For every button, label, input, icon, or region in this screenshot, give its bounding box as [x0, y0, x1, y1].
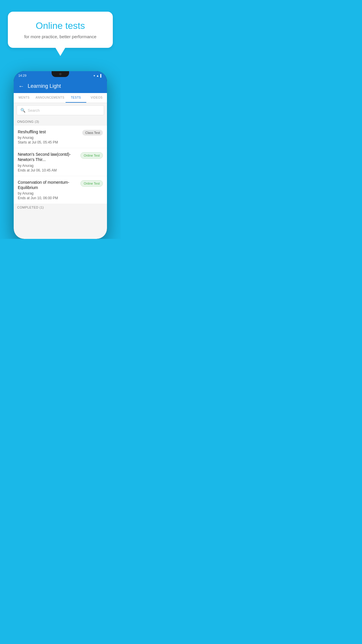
badge-online-test-newton: Online Test [80, 152, 103, 159]
status-time: 14:29 [18, 74, 27, 77]
phone-notch [52, 71, 69, 77]
badge-online-test-conservation: Online Test [80, 180, 103, 187]
completed-section-header: COMPLETED (1) [14, 204, 107, 211]
phone-wrapper: 14:29 ▾ ▲ ▌ ← Learning Light MENTS ANNOU… [0, 65, 121, 239]
speech-bubble: Online tests for more practice, better p… [8, 12, 113, 48]
badge-class-test: Class Test [82, 130, 103, 136]
test-info-conservation: Conservation of momentum-Equilibrium by … [18, 180, 78, 200]
battery-icon: ▌ [100, 74, 102, 77]
test-by-reshuffling: by Anurag [18, 136, 79, 140]
test-by-newton: by Anurag [18, 164, 78, 168]
search-input[interactable]: Search [28, 108, 40, 113]
test-date-newton: Ends at Jul 06, 10:45 AM [18, 168, 78, 172]
tabs-container: MENTS ANNOUNCEMENTS TESTS VIDEOS [14, 93, 107, 103]
bubble-subtitle: for more practice, better performance [20, 34, 101, 39]
search-container: 🔍 Search [14, 103, 107, 118]
test-name-newton: Newton's Second law(contd)-Newton's Thir… [18, 152, 78, 162]
test-item-newton[interactable]: Newton's Second law(contd)-Newton's Thir… [14, 148, 107, 176]
ongoing-section-header: ONGOING (3) [14, 118, 107, 126]
status-icons: ▾ ▲ ▌ [94, 74, 102, 77]
top-section: Online tests for more practice, better p… [0, 0, 121, 65]
wifi-icon: ▾ [94, 74, 95, 77]
app-header: ← Learning Light [14, 80, 107, 93]
tab-announcements[interactable]: ANNOUNCEMENTS [34, 93, 66, 103]
test-item-conservation[interactable]: Conservation of momentum-Equilibrium by … [14, 176, 107, 204]
test-date-conservation: Ends at Jun 10, 06:00 PM [18, 196, 78, 200]
test-date-reshuffling: Starts at Jul 05, 05:45 PM [18, 140, 79, 144]
phone-device: 14:29 ▾ ▲ ▌ ← Learning Light MENTS ANNOU… [14, 71, 107, 239]
test-name-reshuffling: Reshuffling test [18, 129, 79, 134]
search-bar[interactable]: 🔍 Search [17, 105, 104, 115]
search-icon: 🔍 [20, 108, 25, 113]
test-info-newton: Newton's Second law(contd)-Newton's Thir… [18, 152, 78, 172]
test-name-conservation: Conservation of momentum-Equilibrium [18, 180, 78, 190]
signal-icon: ▲ [96, 74, 99, 77]
phone-bottom [14, 234, 107, 239]
back-button[interactable]: ← [18, 83, 24, 90]
tab-tests[interactable]: TESTS [66, 93, 86, 103]
app-title: Learning Light [28, 83, 61, 89]
test-info-reshuffling: Reshuffling test by Anurag Starts at Jul… [18, 129, 79, 144]
camera-dot [59, 73, 61, 75]
test-by-conservation: by Anurag [18, 191, 78, 195]
status-bar: 14:29 ▾ ▲ ▌ [14, 71, 107, 80]
content-area: ONGOING (3) Reshuffling test by Anurag S… [14, 118, 107, 234]
test-item-reshuffling[interactable]: Reshuffling test by Anurag Starts at Jul… [14, 126, 107, 148]
tab-videos[interactable]: VIDEOS [86, 93, 107, 103]
tab-ments[interactable]: MENTS [14, 93, 34, 103]
bubble-title: Online tests [20, 20, 101, 31]
